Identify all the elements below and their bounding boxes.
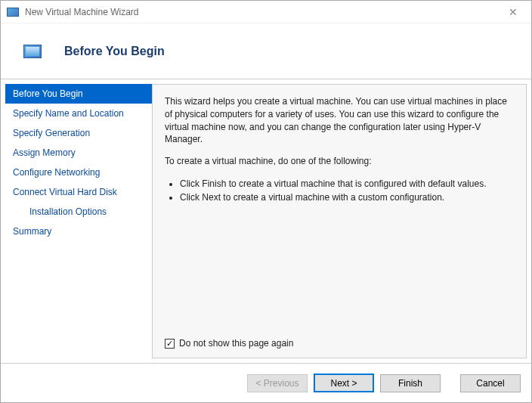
window-title: New Virtual Machine Wizard xyxy=(25,7,501,17)
step-before-you-begin[interactable]: Before You Begin xyxy=(5,84,152,104)
wizard-icon xyxy=(23,45,42,58)
do-not-show-row[interactable]: Do not show this page again xyxy=(165,338,293,349)
button-footer: < Previous Next > Finish Cancel xyxy=(1,363,531,402)
titlebar: New Virtual Machine Wizard ✕ xyxy=(1,1,531,23)
list-item: Click Finish to create a virtual machine… xyxy=(180,177,514,191)
intro-text: This wizard helps you create a virtual m… xyxy=(165,95,514,146)
content-panel: This wizard helps you create a virtual m… xyxy=(152,84,527,358)
step-installation-options[interactable]: Installation Options xyxy=(5,202,152,222)
instruction-list: Click Finish to create a virtual machine… xyxy=(180,177,514,204)
list-item: Click Next to create a virtual machine w… xyxy=(180,191,514,204)
step-summary[interactable]: Summary xyxy=(5,222,152,241)
wizard-body: Before You Begin Specify Name and Locati… xyxy=(1,79,531,363)
next-button[interactable]: Next > xyxy=(314,374,374,392)
step-specify-generation[interactable]: Specify Generation xyxy=(5,123,152,143)
previous-button: < Previous xyxy=(247,374,308,392)
app-icon xyxy=(7,8,19,17)
wizard-header: Before You Begin xyxy=(1,23,531,79)
cancel-button[interactable]: Cancel xyxy=(460,374,521,392)
checkbox-icon[interactable] xyxy=(165,339,175,349)
page-title: Before You Begin xyxy=(64,45,165,58)
wizard-window: New Virtual Machine Wizard ✕ Before You … xyxy=(0,0,532,403)
step-sidebar: Before You Begin Specify Name and Locati… xyxy=(5,84,152,358)
step-specify-name-location[interactable]: Specify Name and Location xyxy=(5,104,152,123)
step-assign-memory[interactable]: Assign Memory xyxy=(5,143,152,163)
checkbox-label: Do not show this page again xyxy=(179,338,293,349)
step-connect-vhd[interactable]: Connect Virtual Hard Disk xyxy=(5,182,152,202)
step-configure-networking[interactable]: Configure Networking xyxy=(5,163,152,182)
instruction-text: To create a virtual machine, do one of t… xyxy=(165,155,514,168)
finish-button[interactable]: Finish xyxy=(380,374,441,392)
close-icon[interactable]: ✕ xyxy=(501,3,525,21)
